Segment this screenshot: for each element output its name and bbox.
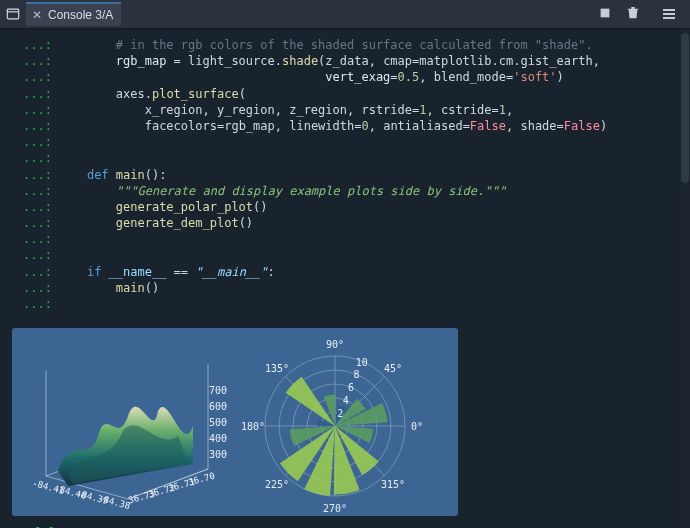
code-line: ...: [12, 296, 678, 312]
continuation-prompt: ...: [12, 37, 52, 53]
polar-radial-tick: 6 [348, 382, 354, 393]
surface-mesh [58, 407, 193, 486]
polar-angle-tick: 270° [323, 503, 347, 514]
polar-angle-tick: 135° [265, 363, 289, 374]
continuation-prompt: ...: [12, 264, 52, 280]
svg-rect-2 [601, 8, 610, 17]
z-tick: 600 [209, 401, 227, 412]
polar-angle-tick: 180° [241, 421, 265, 432]
svg-rect-4 [663, 13, 675, 15]
console-tab[interactable]: ✕ Console 3/A [26, 2, 121, 26]
z-tick: 700 [209, 385, 227, 396]
code-line: ...: facecolors=rgb_map, linewidth=0, an… [12, 118, 678, 134]
scrollbar[interactable] [680, 29, 690, 528]
continuation-prompt: ...: [12, 53, 52, 69]
code-line: ...: [12, 231, 678, 247]
continuation-prompt: ...: [12, 167, 52, 183]
polar-radial-tick: 2 [337, 408, 343, 419]
svg-rect-5 [663, 17, 675, 19]
code-line: ...: [12, 134, 678, 150]
continuation-prompt: ...: [12, 296, 52, 312]
code-line: ...: """Generate and display example plo… [12, 183, 678, 199]
continuation-prompt: ...: [12, 183, 52, 199]
input-prompt[interactable]: In [2]: [0, 520, 690, 528]
polar-radial-tick: 8 [353, 369, 359, 380]
continuation-prompt: ...: [12, 247, 52, 263]
polar-angle-tick: 225° [265, 479, 289, 490]
continuation-prompt: ...: [12, 231, 52, 247]
code-line: ...: [12, 150, 678, 166]
continuation-prompt: ...: [12, 86, 52, 102]
polar-plot: 0°45°90°135°180°225°270°315° 246810 [230, 336, 440, 511]
window-icon [6, 7, 20, 21]
z-tick: 400 [209, 433, 227, 444]
continuation-prompt: ...: [12, 199, 52, 215]
code-line: ...: main() [12, 280, 678, 296]
code-output[interactable]: ...: # in the rgb colors of the shaded s… [0, 29, 690, 320]
polar-angle-tick: 0° [411, 421, 423, 432]
continuation-prompt: ...: [12, 215, 52, 231]
continuation-prompt: ...: [12, 69, 52, 85]
code-line: ...: if __name__ == "__main__": [12, 264, 678, 280]
polar-angle-tick: 315° [381, 479, 405, 490]
titlebar: ✕ Console 3/A [0, 0, 690, 29]
continuation-prompt: ...: [12, 102, 52, 118]
menu-icon[interactable] [654, 0, 684, 28]
svg-rect-3 [663, 9, 675, 11]
polar-angle-tick: 90° [326, 339, 344, 350]
code-line: ...: # in the rgb colors of the shaded s… [12, 37, 678, 53]
continuation-prompt: ...: [12, 280, 52, 296]
code-line: ...: x_region, y_region, z_region, rstri… [12, 102, 678, 118]
close-tab-icon[interactable]: ✕ [32, 8, 42, 22]
z-tick: 500 [209, 417, 227, 428]
code-line: ...: vert_exag=0.5, blend_mode='soft') [12, 69, 678, 85]
polar-angle-tick: 45° [384, 363, 402, 374]
continuation-prompt: ...: [12, 150, 52, 166]
code-line: ...: rgb_map = light_source.shade(z_data… [12, 53, 678, 69]
continuation-prompt: ...: [12, 134, 52, 150]
trash-icon[interactable] [626, 6, 640, 23]
code-line: ...: def main(): [12, 167, 678, 183]
code-line: ...: generate_dem_plot() [12, 215, 678, 231]
svg-rect-0 [7, 9, 18, 19]
plot-output: 300400500600700 -84.41-84.40-84.39-84.38… [12, 328, 458, 516]
continuation-prompt: ...: [12, 118, 52, 134]
stop-icon[interactable] [598, 6, 612, 23]
code-line: ...: axes.plot_surface( [12, 86, 678, 102]
z-tick: 300 [209, 449, 227, 460]
console-body: ...: # in the rgb colors of the shaded s… [0, 29, 690, 528]
code-line: ...: generate_polar_plot() [12, 199, 678, 215]
scrollbar-thumb[interactable] [681, 33, 689, 183]
polar-radial-tick: 4 [343, 395, 349, 406]
polar-radial-tick: 10 [356, 356, 368, 367]
tab-label: Console 3/A [48, 8, 113, 22]
surface-plot: 300400500600700 -84.41-84.40-84.39-84.38… [18, 336, 233, 511]
code-line: ...: [12, 247, 678, 263]
